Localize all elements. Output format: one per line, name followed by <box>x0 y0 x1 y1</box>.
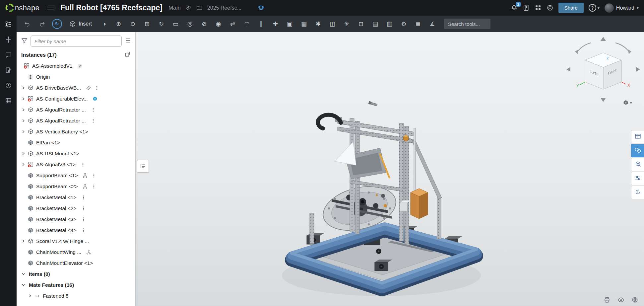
ball-tool-button[interactable]: ◉ <box>211 18 225 30</box>
reference-docs-icon[interactable] <box>523 4 530 11</box>
community-icon[interactable] <box>547 4 553 11</box>
tree-item[interactable]: AS-DriveBaseWB... <box>17 82 135 93</box>
viewcube-rotate-cw-button[interactable] <box>615 43 631 54</box>
insert-button[interactable]: Insert <box>65 18 97 30</box>
tree-item[interactable]: BracketMetal <4> <box>17 225 135 236</box>
snapshot-tool-button[interactable]: ⊡ <box>354 18 368 30</box>
pin-slot-tool-button[interactable]: ⊘ <box>197 18 211 30</box>
tangent-tool-button[interactable]: ◠ <box>240 18 254 30</box>
section-view-tool-button[interactable]: ◑ <box>97 18 111 30</box>
named-positions-tool-button[interactable]: ▤ <box>368 18 382 30</box>
insert-shortcut-icon[interactable] <box>124 51 131 59</box>
tree-item[interactable]: AS-ConfigurableElev... <box>17 93 135 104</box>
insert-instance-rail-button[interactable] <box>1 33 16 47</box>
bom-tool-button[interactable]: ≣ <box>411 18 425 30</box>
tree-item[interactable]: AS-AlgoalRetractor ... <box>17 104 135 115</box>
view-menu-button[interactable]: ▾ <box>623 100 632 105</box>
measure-tool-button[interactable]: ∡ <box>425 18 439 30</box>
parts-panel-button[interactable] <box>631 158 644 171</box>
filter-input[interactable] <box>31 36 122 47</box>
visibility-button[interactable] <box>616 296 625 305</box>
tree-item[interactable]: ElPan <1> <box>17 137 135 148</box>
structure-panel-button[interactable] <box>631 130 644 143</box>
folder-name[interactable]: 2025 Reefsc... <box>207 5 241 11</box>
versions-rail-button[interactable] <box>1 79 16 93</box>
tree-item[interactable]: BracketMetal <2> <box>17 203 135 214</box>
chevron-right-icon[interactable] <box>20 107 27 113</box>
tree-section-header[interactable]: Mate Features (16) <box>17 279 135 290</box>
tree-item[interactable]: Origin <box>17 71 135 82</box>
notifications-bell-icon[interactable]: 2 <box>511 4 518 11</box>
tree-item[interactable]: Scoral v1.4 w/ Hinge ... <box>17 236 135 247</box>
chevron-down-icon[interactable] <box>20 282 27 288</box>
viewcube-left-button[interactable] <box>566 67 570 72</box>
tree-item[interactable]: BracketMetal <1> <box>17 192 135 203</box>
chevron-right-icon[interactable] <box>20 85 27 91</box>
parallel-tool-button[interactable]: ∥ <box>254 18 268 30</box>
user-menu[interactable]: Howard ▾ <box>605 3 639 13</box>
filter-funnel-icon[interactable] <box>21 38 28 45</box>
viewport-3d[interactable]: Left Front Y X Z ▾ <box>136 32 644 306</box>
mate-tool-button[interactable]: ⊙ <box>126 18 140 30</box>
copy-link-icon[interactable] <box>185 5 192 11</box>
tree-item[interactable]: SupportBeam <2> <box>17 181 135 192</box>
animate-panel-button[interactable] <box>631 186 644 199</box>
appearance-panel-button[interactable] <box>631 144 644 157</box>
configurations-tool-button[interactable]: ⚙ <box>397 18 411 30</box>
chevron-down-icon[interactable] <box>20 271 27 277</box>
circular-pattern-tool-button[interactable]: ✱ <box>311 18 325 30</box>
share-button[interactable]: Share <box>558 3 584 13</box>
chevron-right-icon[interactable] <box>20 150 27 157</box>
chevron-right-icon[interactable] <box>20 117 27 124</box>
orientation-button[interactable] <box>630 296 639 305</box>
tree-item[interactable]: AS-AlgoalV3 <1> <box>17 159 135 170</box>
chevron-right-icon[interactable] <box>20 161 27 168</box>
list-options-icon[interactable] <box>125 37 131 45</box>
chevron-right-icon[interactable] <box>20 96 27 102</box>
redo-button[interactable] <box>35 18 49 30</box>
undo-button[interactable] <box>20 18 34 30</box>
mirror-tool-button[interactable]: ◫ <box>325 18 340 30</box>
print-button[interactable] <box>602 296 612 305</box>
help-menu[interactable]: ? ▾ <box>589 4 600 12</box>
chevron-right-icon[interactable] <box>27 293 33 299</box>
tree-item[interactable]: Fastened 5 <box>17 290 135 301</box>
fasten-tool-button[interactable]: ⊕ <box>111 18 126 30</box>
assembly-tree-rail-button[interactable] <box>1 18 16 32</box>
learning-center-icon[interactable] <box>257 4 265 12</box>
explode-tool-button[interactable]: ✳ <box>340 18 354 30</box>
display-states-tool-button[interactable]: ▥ <box>382 18 397 30</box>
panel-flyout-button[interactable] <box>137 160 149 173</box>
viewcube-down-button[interactable] <box>601 98 606 102</box>
viewcube-up-button[interactable] <box>601 37 606 41</box>
replicate-tool-button[interactable]: ▣ <box>283 18 297 30</box>
slider-tool-button[interactable]: ⇄ <box>225 18 240 30</box>
viewcube-rotate-ccw-button[interactable] <box>575 43 591 54</box>
main-menu-button[interactable] <box>47 6 54 10</box>
group-tool-button[interactable]: ⊞ <box>140 18 154 30</box>
tree-item[interactable]: AS-VerticalBattery <1> <box>17 126 135 137</box>
search-tools-input[interactable] <box>444 19 490 29</box>
chevron-right-icon[interactable] <box>20 128 27 135</box>
onshape-logo[interactable]: nshape <box>5 3 39 12</box>
revolute-tool-button[interactable]: ↻ <box>154 18 168 30</box>
tree-item[interactable]: AS-RSLMount <1> <box>17 148 135 159</box>
tree-section-header[interactable]: Items (0) <box>17 268 135 279</box>
planar-tool-button[interactable]: ▭ <box>168 18 183 30</box>
bom-list-rail-button[interactable] <box>1 94 16 108</box>
workspace-name[interactable]: Main <box>168 5 181 11</box>
tree-item[interactable]: SupportBeam <1> <box>17 170 135 181</box>
linear-pattern-tool-button[interactable]: ▦ <box>297 18 311 30</box>
app-store-icon[interactable] <box>535 4 542 11</box>
tree-item[interactable]: ChainMountWing ... <box>17 247 135 258</box>
mate-connector-tool-button[interactable]: ✚ <box>268 18 283 30</box>
tree-item[interactable]: AS-AssembledV1 <box>17 60 135 71</box>
sync-button[interactable]: ↻ <box>50 18 64 30</box>
folder-icon[interactable] <box>196 5 203 11</box>
tree-item[interactable]: BracketMetal <3> <box>17 214 135 225</box>
cylindrical-tool-button[interactable]: ◎ <box>183 18 197 30</box>
tree-item[interactable]: ChainMountElevator <1> <box>17 258 135 268</box>
tree-item[interactable]: AS-AlgoalRetractor ... <box>17 115 135 126</box>
viewcube-right-button[interactable] <box>636 67 640 72</box>
comments-rail-button[interactable] <box>1 48 16 62</box>
